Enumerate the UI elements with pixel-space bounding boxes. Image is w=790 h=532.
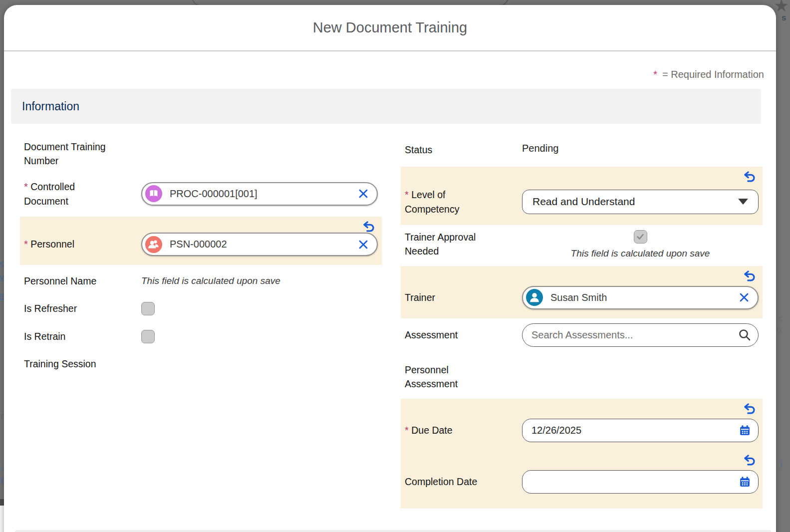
controlled-document-pill[interactable]: PROC-000001[001] <box>141 182 378 206</box>
field-label: Personnel Assessment <box>405 363 522 391</box>
completion-date-box <box>522 470 759 494</box>
personnel-pill[interactable]: PSN-000002 <box>141 233 378 256</box>
field-label: Is Refresher <box>24 301 141 315</box>
trainer-approval-needed-checkbox[interactable] <box>634 230 647 244</box>
dialog-title: New Document Training <box>313 19 467 36</box>
field-trainer: Trainer Susan Smith <box>405 286 759 309</box>
search-icon[interactable] <box>738 328 751 341</box>
due-date-box <box>522 419 759 442</box>
field-document-training-number: Document Training Number <box>20 140 382 168</box>
field-completion-date: Completion Date <box>405 470 759 494</box>
required-asterisk: * <box>405 425 409 436</box>
dates-highlight-block: * Due Date Completion Date <box>401 399 763 509</box>
chevron-down-icon <box>738 199 748 205</box>
assessment-search-box <box>522 323 759 347</box>
favorite-star-icon: ★ <box>774 0 789 14</box>
clear-x-icon[interactable] <box>358 188 369 199</box>
personnel-highlight-block: * Personnel PSN-000002 <box>20 217 382 265</box>
next-section-header-partial <box>15 530 771 532</box>
trainer-highlight-block: Trainer Susan Smith <box>401 266 763 318</box>
field-is-retrain: Is Retrain <box>20 329 382 344</box>
user-icon <box>526 288 543 306</box>
field-label: Personnel Name <box>24 274 141 288</box>
required-asterisk: * <box>653 69 657 80</box>
calendar-icon[interactable] <box>739 424 751 437</box>
trainer-pill[interactable]: Susan Smith <box>522 286 759 309</box>
field-personnel: * Personnel PSN-000002 <box>24 233 378 256</box>
section-title: Information <box>22 100 79 113</box>
field-controlled-document: * Controlled Document PROC-000001[001] <box>20 178 382 210</box>
controlled-document-value: PROC-000001[001] <box>170 188 351 200</box>
calendar-icon[interactable] <box>739 476 751 488</box>
information-section-header: Information <box>11 89 761 124</box>
field-label: * Personnel <box>24 237 141 252</box>
field-label: * Controlled Document <box>24 180 141 208</box>
field-label: Document Training Number <box>24 140 141 168</box>
undo-icon[interactable] <box>743 170 757 183</box>
undo-icon[interactable] <box>743 269 757 282</box>
field-label: Is Retrain <box>24 329 141 343</box>
field-label: Training Session <box>24 357 141 371</box>
field-label: Trainer <box>405 290 522 304</box>
field-label: * Level of Competency <box>405 188 522 216</box>
clear-x-icon[interactable] <box>358 239 369 250</box>
is-refresher-checkbox[interactable] <box>141 302 155 315</box>
new-document-training-dialog: New Document Training *= Required Inform… <box>4 5 776 532</box>
assessment-search-input[interactable] <box>531 329 738 341</box>
clear-x-icon[interactable] <box>739 292 750 303</box>
background-search-placeholder: Search <box>212 0 242 1</box>
field-is-refresher: Is Refresher <box>20 301 382 316</box>
calculated-field-note: This field is calculated upon save <box>571 248 710 259</box>
dialog-header: New Document Training <box>4 5 776 51</box>
field-assessment: Assessment <box>401 323 763 347</box>
field-due-date: * Due Date <box>405 419 759 442</box>
selected-option: Read and Understand <box>532 196 738 208</box>
field-label: Trainer Approval Needed <box>405 230 522 258</box>
required-information-note: *= Required Information <box>653 69 764 80</box>
personnel-value: PSN-000002 <box>170 239 351 250</box>
field-personnel-name: Personnel Name This field is calculated … <box>20 273 382 289</box>
is-retrain-checkbox[interactable] <box>141 330 155 343</box>
required-asterisk: * <box>24 239 28 250</box>
field-trainer-approval-needed: Trainer Approval Needed This field is ca… <box>401 230 763 259</box>
field-label: Completion Date <box>405 475 522 489</box>
required-asterisk: * <box>24 181 28 192</box>
completion-date-input[interactable] <box>531 476 739 488</box>
level-of-competency-select[interactable]: Read and Understand <box>522 190 759 214</box>
background-text-fragment: o <box>777 325 782 335</box>
search-icon <box>197 0 207 0</box>
status-value: Pending <box>522 143 558 154</box>
field-label: Assessment <box>405 328 522 342</box>
calculated-field-note: This field is calculated upon save <box>141 275 280 286</box>
field-training-session: Training Session <box>20 357 382 371</box>
level-of-competency-highlight-block: * Level of Competency Read and Understan… <box>401 167 763 225</box>
trainer-value: Susan Smith <box>550 292 732 303</box>
undo-icon[interactable] <box>743 453 757 466</box>
undo-icon[interactable] <box>362 220 376 233</box>
required-asterisk: * <box>405 189 409 200</box>
due-date-input[interactable] <box>531 425 739 436</box>
field-label: * Due Date <box>405 423 522 438</box>
people-icon <box>145 236 163 254</box>
background-text-fragment: c <box>779 313 784 323</box>
field-personnel-assessment: Personnel Assessment <box>401 363 763 391</box>
book-icon <box>145 185 163 203</box>
field-level-of-competency: * Level of Competency Read and Understan… <box>405 188 759 216</box>
undo-icon[interactable] <box>743 402 757 415</box>
field-status: Status Pending <box>401 143 763 159</box>
background-text-fragment: s <box>782 13 787 23</box>
background-text-fragment: ) <box>780 459 785 469</box>
field-label: Status <box>405 143 522 157</box>
